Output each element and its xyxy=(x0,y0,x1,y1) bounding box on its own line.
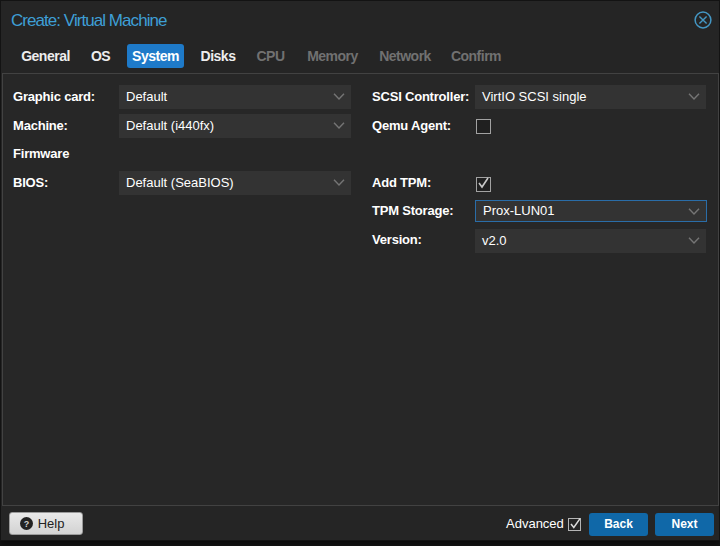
svg-text:?: ? xyxy=(23,519,29,529)
